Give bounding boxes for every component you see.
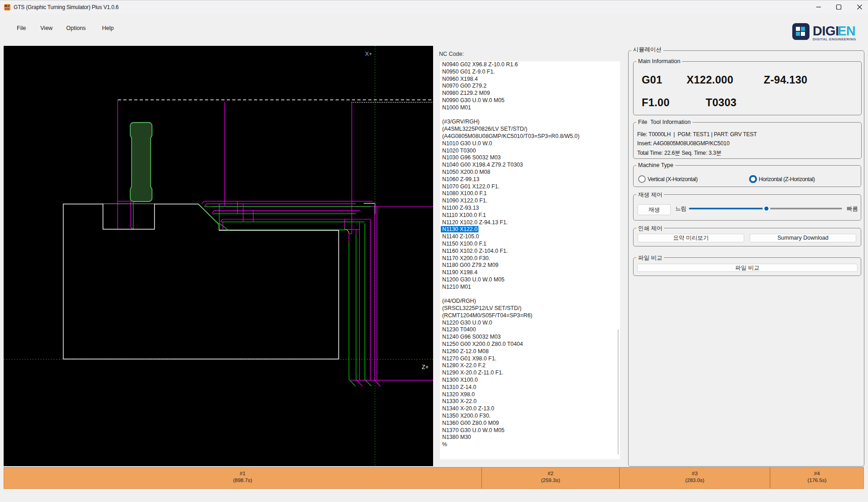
svg-text:Z+: Z+ bbox=[422, 364, 429, 370]
svg-text:DIGI: DIGI bbox=[813, 24, 839, 38]
svg-text:X+: X+ bbox=[365, 51, 372, 57]
svg-text:DIGITAL ENGINEERING: DIGITAL ENGINEERING bbox=[813, 37, 856, 41]
svg-text:GTS: GTS bbox=[5, 8, 9, 10]
svg-text:빠름: 빠름 bbox=[847, 206, 858, 212]
svg-text:EN: EN bbox=[838, 24, 855, 38]
